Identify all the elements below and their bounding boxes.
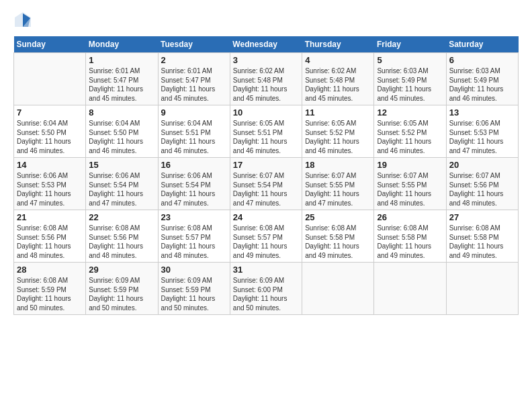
calendar-cell: 10Sunrise: 6:05 AM Sunset: 5:51 PM Dayli… <box>230 105 302 158</box>
weekday-header-thursday: Thursday <box>302 36 374 53</box>
day-number: 5 <box>377 55 443 65</box>
day-info: Sunrise: 6:06 AM Sunset: 5:54 PM Dayligh… <box>161 171 227 208</box>
calendar-cell: 2Sunrise: 6:01 AM Sunset: 5:47 PM Daylig… <box>158 53 230 105</box>
weekday-header-wednesday: Wednesday <box>230 36 302 53</box>
calendar-cell: 18Sunrise: 6:07 AM Sunset: 5:55 PM Dayli… <box>302 158 374 210</box>
day-info: Sunrise: 6:08 AM Sunset: 5:57 PM Dayligh… <box>161 224 227 260</box>
calendar-cell: 13Sunrise: 6:06 AM Sunset: 5:53 PM Dayli… <box>446 105 518 158</box>
calendar-cell: 26Sunrise: 6:08 AM Sunset: 5:58 PM Dayli… <box>374 210 446 263</box>
day-number: 18 <box>305 160 371 170</box>
calendar-cell: 21Sunrise: 6:08 AM Sunset: 5:56 PM Dayli… <box>14 210 86 263</box>
day-info: Sunrise: 6:08 AM Sunset: 5:59 PM Dayligh… <box>17 276 83 312</box>
calendar-cell: 12Sunrise: 6:05 AM Sunset: 5:52 PM Dayli… <box>374 105 446 158</box>
day-info: Sunrise: 6:07 AM Sunset: 5:54 PM Dayligh… <box>233 171 299 208</box>
day-number: 29 <box>89 265 154 275</box>
calendar-week-row-0: 1Sunrise: 6:01 AM Sunset: 5:47 PM Daylig… <box>14 53 519 105</box>
calendar-cell: 31Sunrise: 6:09 AM Sunset: 6:00 PM Dayli… <box>230 263 302 315</box>
calendar-cell <box>302 263 374 315</box>
day-info: Sunrise: 6:02 AM Sunset: 5:48 PM Dayligh… <box>305 66 371 103</box>
calendar-cell: 5Sunrise: 6:03 AM Sunset: 5:49 PM Daylig… <box>374 53 446 105</box>
weekday-header-row: SundayMondayTuesdayWednesdayThursdayFrid… <box>14 36 519 53</box>
day-number: 7 <box>17 107 83 118</box>
day-info: Sunrise: 6:07 AM Sunset: 5:56 PM Dayligh… <box>449 171 515 208</box>
day-info: Sunrise: 6:04 AM Sunset: 5:50 PM Dayligh… <box>17 119 83 155</box>
day-info: Sunrise: 6:01 AM Sunset: 5:47 PM Dayligh… <box>161 66 227 103</box>
calendar-cell: 30Sunrise: 6:09 AM Sunset: 5:59 PM Dayli… <box>158 263 230 315</box>
calendar-cell: 15Sunrise: 6:06 AM Sunset: 5:54 PM Dayli… <box>86 158 158 210</box>
day-info: Sunrise: 6:05 AM Sunset: 5:52 PM Dayligh… <box>305 119 371 155</box>
day-info: Sunrise: 6:03 AM Sunset: 5:49 PM Dayligh… <box>377 66 443 103</box>
day-number: 13 <box>449 107 515 118</box>
day-info: Sunrise: 6:09 AM Sunset: 6:00 PM Dayligh… <box>233 276 299 312</box>
day-info: Sunrise: 6:08 AM Sunset: 5:56 PM Dayligh… <box>89 224 154 260</box>
day-number: 14 <box>17 160 83 170</box>
calendar-cell: 16Sunrise: 6:06 AM Sunset: 5:54 PM Dayli… <box>158 158 230 210</box>
calendar-cell <box>374 263 446 315</box>
day-info: Sunrise: 6:03 AM Sunset: 5:49 PM Dayligh… <box>449 66 515 103</box>
day-info: Sunrise: 6:05 AM Sunset: 5:51 PM Dayligh… <box>233 119 299 155</box>
calendar-cell: 23Sunrise: 6:08 AM Sunset: 5:57 PM Dayli… <box>158 210 230 263</box>
calendar-cell: 29Sunrise: 6:09 AM Sunset: 5:59 PM Dayli… <box>86 263 158 315</box>
day-number: 2 <box>161 55 227 65</box>
day-number: 31 <box>233 265 299 275</box>
day-info: Sunrise: 6:06 AM Sunset: 5:53 PM Dayligh… <box>17 171 83 208</box>
day-number: 11 <box>305 107 371 118</box>
day-info: Sunrise: 6:06 AM Sunset: 5:54 PM Dayligh… <box>89 171 154 208</box>
day-info: Sunrise: 6:09 AM Sunset: 5:59 PM Dayligh… <box>89 276 154 312</box>
day-info: Sunrise: 6:06 AM Sunset: 5:53 PM Dayligh… <box>449 119 515 155</box>
day-number: 28 <box>17 265 83 275</box>
day-number: 23 <box>161 212 227 222</box>
calendar-cell: 22Sunrise: 6:08 AM Sunset: 5:56 PM Dayli… <box>86 210 158 263</box>
day-info: Sunrise: 6:07 AM Sunset: 5:55 PM Dayligh… <box>377 171 443 208</box>
calendar-cell: 19Sunrise: 6:07 AM Sunset: 5:55 PM Dayli… <box>374 158 446 210</box>
day-number: 17 <box>233 160 299 170</box>
calendar-week-row-1: 7Sunrise: 6:04 AM Sunset: 5:50 PM Daylig… <box>14 105 519 158</box>
day-info: Sunrise: 6:08 AM Sunset: 5:57 PM Dayligh… <box>233 224 299 260</box>
day-number: 3 <box>233 55 299 65</box>
day-info: Sunrise: 6:08 AM Sunset: 5:58 PM Dayligh… <box>305 224 371 260</box>
weekday-header-saturday: Saturday <box>446 36 518 53</box>
day-info: Sunrise: 6:08 AM Sunset: 5:58 PM Dayligh… <box>377 224 443 260</box>
day-number: 9 <box>161 107 227 118</box>
weekday-header-monday: Monday <box>86 36 158 53</box>
calendar-cell: 4Sunrise: 6:02 AM Sunset: 5:48 PM Daylig… <box>302 53 374 105</box>
weekday-header-tuesday: Tuesday <box>158 36 230 53</box>
day-number: 21 <box>17 212 83 222</box>
weekday-header-friday: Friday <box>374 36 446 53</box>
header-area <box>13 11 519 30</box>
day-info: Sunrise: 6:08 AM Sunset: 5:56 PM Dayligh… <box>17 224 83 260</box>
calendar-cell: 24Sunrise: 6:08 AM Sunset: 5:57 PM Dayli… <box>230 210 302 263</box>
calendar-week-row-2: 14Sunrise: 6:06 AM Sunset: 5:53 PM Dayli… <box>14 158 519 210</box>
day-info: Sunrise: 6:05 AM Sunset: 5:52 PM Dayligh… <box>377 119 443 155</box>
day-number: 4 <box>305 55 371 65</box>
day-number: 8 <box>89 107 154 118</box>
calendar-cell: 17Sunrise: 6:07 AM Sunset: 5:54 PM Dayli… <box>230 158 302 210</box>
calendar-cell <box>14 53 86 105</box>
calendar-cell: 11Sunrise: 6:05 AM Sunset: 5:52 PM Dayli… <box>302 105 374 158</box>
calendar-cell: 6Sunrise: 6:03 AM Sunset: 5:49 PM Daylig… <box>446 53 518 105</box>
day-number: 6 <box>449 55 515 65</box>
calendar-cell: 25Sunrise: 6:08 AM Sunset: 5:58 PM Dayli… <box>302 210 374 263</box>
calendar-cell: 9Sunrise: 6:04 AM Sunset: 5:51 PM Daylig… <box>158 105 230 158</box>
calendar-cell: 1Sunrise: 6:01 AM Sunset: 5:47 PM Daylig… <box>86 53 158 105</box>
calendar-week-row-4: 28Sunrise: 6:08 AM Sunset: 5:59 PM Dayli… <box>14 263 519 315</box>
day-number: 12 <box>377 107 443 118</box>
calendar-cell: 8Sunrise: 6:04 AM Sunset: 5:50 PM Daylig… <box>86 105 158 158</box>
day-number: 10 <box>233 107 299 118</box>
day-info: Sunrise: 6:09 AM Sunset: 5:59 PM Dayligh… <box>161 276 227 312</box>
calendar-week-row-3: 21Sunrise: 6:08 AM Sunset: 5:56 PM Dayli… <box>14 210 519 263</box>
page-container: SundayMondayTuesdayWednesdayThursdayFrid… <box>0 0 532 322</box>
day-number: 19 <box>377 160 443 170</box>
day-info: Sunrise: 6:01 AM Sunset: 5:47 PM Dayligh… <box>89 66 154 103</box>
day-info: Sunrise: 6:02 AM Sunset: 5:48 PM Dayligh… <box>233 66 299 103</box>
calendar-cell: 27Sunrise: 6:08 AM Sunset: 5:58 PM Dayli… <box>446 210 518 263</box>
day-info: Sunrise: 6:04 AM Sunset: 5:51 PM Dayligh… <box>161 119 227 155</box>
day-info: Sunrise: 6:04 AM Sunset: 5:50 PM Dayligh… <box>89 119 154 155</box>
day-number: 22 <box>89 212 154 222</box>
day-number: 1 <box>89 55 154 65</box>
day-number: 30 <box>161 265 227 275</box>
logo-icon <box>13 11 32 30</box>
day-number: 25 <box>305 212 371 222</box>
day-number: 16 <box>161 160 227 170</box>
calendar-cell <box>446 263 518 315</box>
